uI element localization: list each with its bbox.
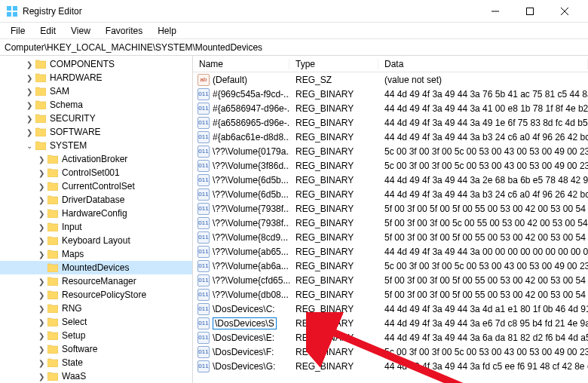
value-row[interactable]: 011\??\Volume{db08...REG_BINARY5f 00 3f … — [193, 287, 588, 302]
tree-item[interactable]: ❯State — [0, 356, 192, 369]
tree-item[interactable]: ❯CurrentControlSet — [0, 179, 192, 193]
value-type: REG_BINARY — [289, 161, 378, 171]
menu-view[interactable]: View — [65, 24, 96, 38]
value-row[interactable]: 011#{a6586947-d96e-...REG_BINARY44 4d 49… — [193, 101, 588, 115]
minimize-button[interactable] — [478, 0, 513, 23]
tree-item[interactable]: ❯Maps — [0, 247, 192, 261]
svg-rect-1 — [13, 6, 17, 11]
tree-item[interactable]: ❯SOFTWARE — [0, 125, 192, 139]
value-row[interactable]: 011#{ab6ac61e-d8d8...REG_BINARY44 4d 49 … — [193, 130, 588, 144]
value-name: \??\Volume{6d5b... — [213, 175, 289, 185]
value-row[interactable]: 011\??\Volume{0179a...REG_BINARY5c 00 3f… — [193, 144, 588, 158]
value-type: REG_BINARY — [289, 89, 378, 100]
tree-item[interactable]: ❯Input — [0, 220, 192, 234]
tree-item[interactable]: ❯COMPONENTS — [0, 57, 192, 71]
menu-file[interactable]: File — [5, 24, 31, 38]
value-row[interactable]: 011\??\Volume{cfd65...REG_BINARY5f 00 3f… — [193, 273, 588, 287]
tree-item[interactable]: ❯WaaS — [0, 369, 192, 383]
value-data: 5f 00 3f 00 3f 00 5f 00 55 00 53 00 42 0… — [378, 290, 588, 300]
expander-icon[interactable]: ❯ — [36, 277, 47, 286]
expander-icon[interactable]: ❯ — [24, 74, 35, 82]
tree-item[interactable]: ❯Schema — [0, 98, 192, 112]
expander-icon[interactable]: ❯ — [36, 372, 47, 381]
tree-view[interactable]: ❯COMPONENTS❯HARDWARE❯SAM❯Schema❯SECURITY… — [0, 56, 193, 383]
expander-icon[interactable]: ❯ — [36, 305, 47, 313]
expander-icon[interactable]: ❯ — [36, 359, 47, 367]
value-name: \??\Volume{ab6a... — [213, 261, 289, 271]
rename-input[interactable]: \DosDevices\S — [213, 317, 277, 329]
expander-icon[interactable]: ❯ — [24, 128, 35, 136]
menu-favorites[interactable]: Favorites — [100, 24, 149, 38]
expander-icon[interactable]: ❯ — [36, 210, 47, 218]
tree-item[interactable]: ❯Select — [0, 315, 192, 329]
binary-value-icon: 011 — [198, 146, 210, 158]
tree-item[interactable]: ❯RNG — [0, 302, 192, 315]
binary-value-icon: 011 — [198, 246, 210, 258]
tree-item[interactable]: ❯Keyboard Layout — [0, 234, 192, 247]
tree-item[interactable]: ❯ResourceManager — [0, 274, 192, 288]
value-row[interactable]: 011\??\Volume{6d5b...REG_BINARY44 4d 49 … — [193, 187, 588, 201]
value-row[interactable]: 011\??\Volume{ab6a...REG_BINARY5c 00 3f … — [193, 259, 588, 273]
value-data: 5f 00 3f 00 3f 00 5c 00 55 00 53 00 42 0… — [378, 218, 588, 228]
col-header-name[interactable]: Name — [193, 59, 289, 69]
tree-item[interactable]: ❯DriverDatabase — [0, 193, 192, 207]
tree-item[interactable]: ❯Setup — [0, 329, 192, 342]
address-bar[interactable]: Computer\HKEY_LOCAL_MACHINE\SYSTEM\Mount… — [0, 39, 588, 56]
values-list[interactable]: Name Type Data ab(Default)REG_SZ(value n… — [193, 56, 588, 383]
expander-icon[interactable]: ❯ — [36, 291, 47, 299]
expander-icon[interactable]: ❯ — [36, 345, 47, 354]
value-row[interactable]: 011\??\Volume{7938f...REG_BINARY5f 00 3f… — [193, 201, 588, 216]
value-type: REG_BINARY — [289, 189, 378, 200]
tree-item[interactable]: ❯HARDWARE — [0, 71, 192, 84]
value-row[interactable]: 011#{969c545a-f9cd-...REG_BINARY44 4d 49… — [193, 87, 588, 101]
tree-item[interactable]: ❯Software — [0, 342, 192, 356]
tree-item[interactable]: MountedDevices — [0, 261, 192, 274]
expander-icon[interactable]: ❯ — [24, 115, 35, 123]
value-row[interactable]: 011\DosDevices\E:REG_BINARY44 4d 49 4f 3… — [193, 330, 588, 345]
value-row[interactable]: 011\??\Volume{ab65...REG_BINARY44 4d 49 … — [193, 244, 588, 259]
expander-icon[interactable]: ❯ — [36, 237, 47, 245]
tree-item[interactable]: ⌄SYSTEM — [0, 139, 192, 152]
expander-icon[interactable]: ❯ — [36, 223, 47, 231]
tree-item[interactable]: ❯ControlSet001 — [0, 166, 192, 179]
value-row[interactable]: 011#{a6586965-d96e-...REG_BINARY44 4d 49… — [193, 115, 588, 130]
col-header-data[interactable]: Data — [378, 59, 588, 69]
expander-icon[interactable]: ⌄ — [24, 142, 35, 150]
tree-item[interactable]: ❯ActivationBroker — [0, 152, 192, 166]
tree-item[interactable]: ❯SAM — [0, 84, 192, 98]
expander-icon[interactable]: ❯ — [36, 182, 47, 191]
expander-icon[interactable]: ❯ — [36, 332, 47, 340]
tree-item[interactable]: ❯HardwareConfig — [0, 207, 192, 220]
value-name: \DosDevices\E: — [213, 332, 274, 343]
value-name: \??\Volume{cfd65... — [213, 275, 289, 286]
menu-help[interactable]: Help — [152, 24, 182, 38]
expander-icon[interactable]: ❯ — [36, 196, 47, 204]
tree-item[interactable]: ❯ResourcePolicyStore — [0, 288, 192, 302]
maximize-button[interactable] — [513, 0, 547, 23]
menu-edit[interactable]: Edit — [34, 24, 62, 38]
expander-icon[interactable]: ❯ — [24, 101, 35, 109]
value-row[interactable]: 011\??\Volume{7938f...REG_BINARY5f 00 3f… — [193, 216, 588, 230]
expander-icon[interactable]: ❯ — [24, 60, 35, 69]
value-type: REG_BINARY — [289, 118, 378, 128]
value-row[interactable]: 011\??\Volume{3f86d...REG_BINARY5c 00 3f… — [193, 158, 588, 173]
col-header-type[interactable]: Type — [289, 59, 378, 69]
expander-icon[interactable]: ❯ — [36, 250, 47, 259]
value-row[interactable]: 011\DosDevices\SREG_BINARY44 4d 49 4f 3a… — [193, 316, 588, 330]
folder-icon — [47, 208, 59, 219]
value-row[interactable]: 011\??\Volume{8cd9...REG_BINARY5f 00 3f … — [193, 230, 588, 244]
value-row[interactable]: 011\DosDevices\C:REG_BINARY44 4d 49 4f 3… — [193, 302, 588, 316]
tree-item[interactable]: ❯SECURITY — [0, 112, 192, 125]
expander-icon[interactable]: ❯ — [36, 318, 47, 326]
value-row[interactable]: ab(Default)REG_SZ(value not set) — [193, 72, 588, 87]
value-row[interactable]: 011\??\Volume{6d5b...REG_BINARY44 4d 49 … — [193, 173, 588, 187]
value-row[interactable]: 011\DosDevices\F:REG_BINARY5c 00 3f 00 3… — [193, 345, 588, 359]
value-data: 44 4d 49 4f 3a 49 44 3a 2e 68 ba 6b e5 7… — [378, 175, 588, 185]
expander-icon[interactable]: ❯ — [36, 155, 47, 164]
folder-icon — [47, 222, 59, 232]
expander-icon[interactable]: ❯ — [36, 169, 47, 177]
svg-rect-5 — [527, 8, 534, 14]
expander-icon[interactable]: ❯ — [24, 87, 35, 96]
close-button[interactable] — [547, 0, 582, 23]
value-row[interactable]: 011\DosDevices\G:REG_BINARY44 4d 49 4f 3… — [193, 359, 588, 373]
